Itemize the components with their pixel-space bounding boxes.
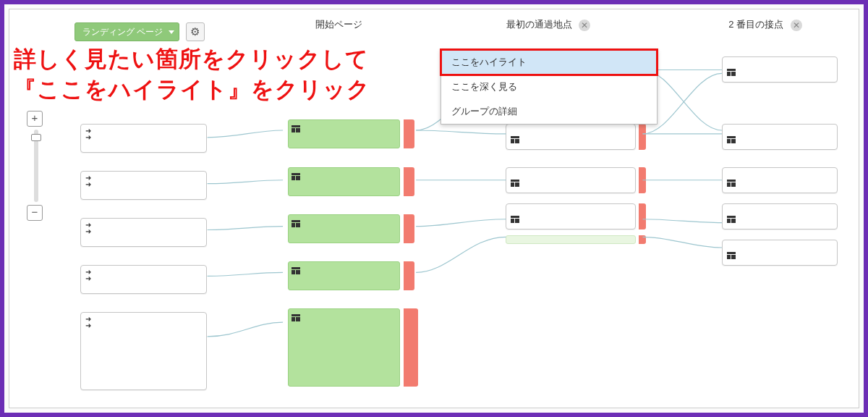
dropoff-bar (639, 235, 646, 244)
page-icon (511, 216, 519, 223)
page-node[interactable] (722, 56, 838, 83)
zoom-slider-track[interactable] (34, 130, 38, 202)
zoom-slider-handle[interactable] (31, 134, 41, 141)
page-icon (511, 136, 519, 143)
close-icon[interactable]: ✕ (579, 20, 590, 31)
chevron-down-icon (169, 30, 174, 34)
page-icon (727, 252, 736, 259)
traffic-arrows-icon: ➜➜ (85, 316, 91, 329)
annotation-line-1: 詳しく見たい箇所をクリックして (14, 44, 370, 75)
source-node[interactable]: ➜➜ (80, 171, 207, 200)
page-node[interactable] (288, 261, 400, 290)
context-menu-highlight[interactable]: ここをハイライト (441, 50, 657, 75)
annotation-line-2: 『ここをハイライト』をクリック (14, 75, 370, 105)
context-menu-group-detail[interactable]: グループの詳細 (441, 99, 657, 124)
page-icon (727, 69, 736, 76)
page-node[interactable] (722, 240, 838, 266)
instruction-annotation: 詳しく見たい箇所をクリックして 『ここをハイライト』をクリック (14, 44, 370, 105)
page-icon (292, 267, 300, 274)
dropoff-bar (404, 119, 414, 148)
traffic-arrows-icon: ➜➜ (85, 127, 91, 140)
traffic-arrows-icon: ➜➜ (85, 269, 91, 282)
page-icon (511, 180, 519, 187)
page-icon (292, 220, 300, 227)
page-node[interactable] (288, 308, 400, 387)
page-icon (727, 180, 736, 187)
page-node[interactable] (722, 167, 838, 193)
close-icon[interactable]: ✕ (791, 20, 802, 31)
zoom-in-button[interactable]: + (27, 111, 43, 127)
page-icon (292, 173, 300, 180)
page-node[interactable] (722, 124, 838, 150)
page-node-small[interactable] (506, 235, 636, 244)
page-icon (727, 216, 736, 223)
column-header-first: 最初の通過地点 (506, 19, 572, 30)
dropoff-bar (404, 308, 418, 387)
page-node[interactable] (722, 203, 838, 229)
page-icon (292, 314, 300, 321)
dropoff-bar (639, 203, 646, 229)
page-icon (727, 136, 736, 143)
traffic-arrows-icon: ➜➜ (85, 222, 91, 235)
source-node[interactable]: ➜➜ (80, 218, 207, 247)
dropoff-bar (639, 124, 646, 150)
traffic-arrows-icon: ➜➜ (85, 174, 91, 188)
zoom-out-button[interactable]: − (27, 205, 43, 221)
column-header-start: 開始ページ (295, 18, 382, 31)
landing-page-dropdown[interactable]: ランディング ページ (75, 22, 179, 41)
dropoff-bar (404, 167, 414, 196)
page-node[interactable] (288, 214, 400, 243)
dropoff-bar (639, 167, 646, 193)
source-node[interactable]: ➜➜ (80, 124, 207, 153)
dropoff-bar (404, 261, 414, 290)
context-menu: ここをハイライト ここを深く見る グループの詳細 (441, 49, 658, 125)
dropoff-bar (404, 214, 414, 243)
page-node[interactable] (288, 119, 400, 148)
context-menu-drilldown[interactable]: ここを深く見る (441, 75, 657, 99)
zoom-control: + − (27, 111, 46, 221)
gear-button[interactable]: ⚙ (186, 22, 205, 41)
source-node[interactable]: ➜➜ (80, 312, 207, 390)
page-node[interactable] (506, 203, 636, 229)
page-node[interactable] (506, 124, 636, 150)
page-icon (292, 125, 300, 132)
source-node[interactable]: ➜➜ (80, 265, 207, 294)
gear-icon: ⚙ (190, 25, 200, 38)
column-header-second: 2 番目の接点 (728, 19, 783, 30)
landing-page-label: ランディング ページ (82, 27, 163, 37)
page-node[interactable] (506, 167, 636, 193)
page-node[interactable] (288, 167, 400, 196)
